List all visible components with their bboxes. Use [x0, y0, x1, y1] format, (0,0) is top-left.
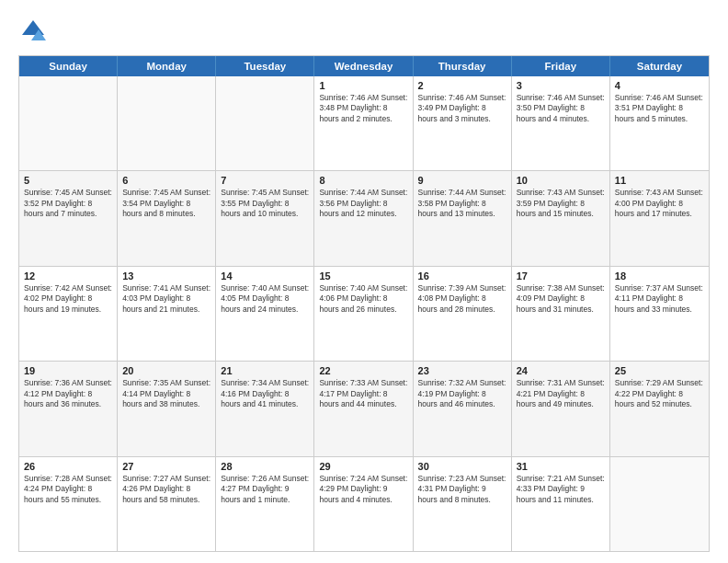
- calendar-body: 1Sunrise: 7:46 AM Sunset: 3:48 PM Daylig…: [19, 76, 709, 551]
- day-cell-31: 31Sunrise: 7:21 AM Sunset: 4:33 PM Dayli…: [512, 457, 610, 551]
- day-cell-16: 16Sunrise: 7:39 AM Sunset: 4:08 PM Dayli…: [414, 267, 512, 361]
- day-number-18: 18: [615, 270, 704, 282]
- day-info-11: Sunrise: 7:43 AM Sunset: 4:00 PM Dayligh…: [615, 188, 704, 219]
- day-number-11: 11: [615, 175, 704, 186]
- page: SundayMondayTuesdayWednesdayThursdayFrid…: [0, 0, 728, 563]
- day-number-28: 28: [221, 461, 309, 472]
- day-number-9: 9: [418, 175, 506, 186]
- day-cell-27: 27Sunrise: 7:27 AM Sunset: 4:26 PM Dayli…: [118, 457, 216, 551]
- day-number-12: 12: [24, 270, 112, 282]
- day-info-17: Sunrise: 7:38 AM Sunset: 4:09 PM Dayligh…: [517, 283, 605, 315]
- day-number-7: 7: [221, 175, 309, 186]
- day-cell-4: 4Sunrise: 7:46 AM Sunset: 3:51 PM Daylig…: [610, 76, 709, 170]
- day-cell-11: 11Sunrise: 7:43 AM Sunset: 4:00 PM Dayli…: [610, 171, 709, 265]
- calendar-header: SundayMondayTuesdayWednesdayThursdayFrid…: [19, 56, 709, 76]
- day-cell-5: 5Sunrise: 7:45 AM Sunset: 3:52 PM Daylig…: [19, 171, 118, 265]
- day-info-29: Sunrise: 7:24 AM Sunset: 4:29 PM Dayligh…: [319, 474, 407, 505]
- day-number-20: 20: [122, 365, 210, 376]
- day-cell-10: 10Sunrise: 7:43 AM Sunset: 3:59 PM Dayli…: [512, 171, 610, 265]
- day-cell-2: 2Sunrise: 7:46 AM Sunset: 3:49 PM Daylig…: [414, 76, 512, 170]
- weekday-header-thursday: Thursday: [414, 56, 512, 76]
- day-number-8: 8: [319, 175, 407, 186]
- day-info-26: Sunrise: 7:28 AM Sunset: 4:24 PM Dayligh…: [24, 474, 112, 505]
- calendar: SundayMondayTuesdayWednesdayThursdayFrid…: [18, 55, 710, 552]
- day-cell-14: 14Sunrise: 7:40 AM Sunset: 4:05 PM Dayli…: [216, 267, 314, 361]
- calendar-row-1: 1Sunrise: 7:46 AM Sunset: 3:48 PM Daylig…: [19, 76, 709, 170]
- day-cell-18: 18Sunrise: 7:37 AM Sunset: 4:11 PM Dayli…: [610, 267, 709, 361]
- svg-marker-0: [22, 20, 44, 35]
- day-info-9: Sunrise: 7:44 AM Sunset: 3:58 PM Dayligh…: [418, 188, 506, 219]
- day-number-5: 5: [24, 175, 112, 186]
- day-cell-13: 13Sunrise: 7:41 AM Sunset: 4:03 PM Dayli…: [118, 267, 216, 361]
- day-number-29: 29: [319, 461, 407, 472]
- day-cell-28: 28Sunrise: 7:26 AM Sunset: 4:27 PM Dayli…: [216, 457, 314, 551]
- day-number-2: 2: [418, 80, 506, 91]
- day-number-13: 13: [122, 270, 210, 282]
- day-number-1: 1: [319, 80, 407, 91]
- empty-cell: [19, 76, 118, 170]
- day-cell-9: 9Sunrise: 7:44 AM Sunset: 3:58 PM Daylig…: [414, 171, 512, 265]
- day-cell-3: 3Sunrise: 7:46 AM Sunset: 3:50 PM Daylig…: [512, 76, 610, 170]
- day-number-26: 26: [24, 461, 112, 472]
- day-info-14: Sunrise: 7:40 AM Sunset: 4:05 PM Dayligh…: [221, 283, 309, 315]
- day-cell-22: 22Sunrise: 7:33 AM Sunset: 4:17 PM Dayli…: [314, 362, 413, 455]
- day-number-3: 3: [517, 80, 605, 91]
- day-number-14: 14: [221, 270, 309, 282]
- day-cell-19: 19Sunrise: 7:36 AM Sunset: 4:12 PM Dayli…: [19, 362, 118, 455]
- day-number-15: 15: [319, 270, 407, 282]
- day-info-24: Sunrise: 7:31 AM Sunset: 4:21 PM Dayligh…: [517, 378, 605, 409]
- day-number-25: 25: [615, 365, 704, 376]
- day-info-13: Sunrise: 7:41 AM Sunset: 4:03 PM Dayligh…: [122, 283, 210, 315]
- day-cell-21: 21Sunrise: 7:34 AM Sunset: 4:16 PM Dayli…: [216, 362, 314, 455]
- calendar-row-5: 26Sunrise: 7:28 AM Sunset: 4:24 PM Dayli…: [19, 456, 709, 551]
- weekday-header-monday: Monday: [118, 56, 216, 76]
- day-number-21: 21: [221, 365, 309, 376]
- logo-icon: [18, 17, 48, 46]
- day-cell-23: 23Sunrise: 7:32 AM Sunset: 4:19 PM Dayli…: [414, 362, 512, 455]
- day-info-21: Sunrise: 7:34 AM Sunset: 4:16 PM Dayligh…: [221, 378, 309, 409]
- weekday-header-tuesday: Tuesday: [216, 56, 314, 76]
- weekday-header-wednesday: Wednesday: [314, 56, 413, 76]
- day-cell-12: 12Sunrise: 7:42 AM Sunset: 4:02 PM Dayli…: [19, 267, 118, 361]
- day-info-23: Sunrise: 7:32 AM Sunset: 4:19 PM Dayligh…: [418, 378, 506, 409]
- day-cell-17: 17Sunrise: 7:38 AM Sunset: 4:09 PM Dayli…: [512, 267, 610, 361]
- day-number-30: 30: [418, 461, 506, 472]
- day-cell-8: 8Sunrise: 7:44 AM Sunset: 3:56 PM Daylig…: [314, 171, 413, 265]
- day-info-22: Sunrise: 7:33 AM Sunset: 4:17 PM Dayligh…: [319, 378, 407, 409]
- day-info-6: Sunrise: 7:45 AM Sunset: 3:54 PM Dayligh…: [122, 188, 210, 219]
- day-number-4: 4: [615, 80, 704, 91]
- calendar-row-4: 19Sunrise: 7:36 AM Sunset: 4:12 PM Dayli…: [19, 361, 709, 455]
- day-cell-20: 20Sunrise: 7:35 AM Sunset: 4:14 PM Dayli…: [118, 362, 216, 455]
- day-cell-24: 24Sunrise: 7:31 AM Sunset: 4:21 PM Dayli…: [512, 362, 610, 455]
- day-info-20: Sunrise: 7:35 AM Sunset: 4:14 PM Dayligh…: [122, 378, 210, 409]
- day-info-16: Sunrise: 7:39 AM Sunset: 4:08 PM Dayligh…: [418, 283, 506, 315]
- day-info-30: Sunrise: 7:23 AM Sunset: 4:31 PM Dayligh…: [418, 474, 506, 505]
- calendar-row-2: 5Sunrise: 7:45 AM Sunset: 3:52 PM Daylig…: [19, 170, 709, 265]
- day-info-15: Sunrise: 7:40 AM Sunset: 4:06 PM Dayligh…: [319, 283, 407, 315]
- day-info-5: Sunrise: 7:45 AM Sunset: 3:52 PM Dayligh…: [24, 188, 112, 219]
- day-number-31: 31: [517, 461, 605, 472]
- empty-cell: [216, 76, 314, 170]
- day-cell-25: 25Sunrise: 7:29 AM Sunset: 4:22 PM Dayli…: [610, 362, 709, 455]
- day-cell-6: 6Sunrise: 7:45 AM Sunset: 3:54 PM Daylig…: [118, 171, 216, 265]
- day-info-10: Sunrise: 7:43 AM Sunset: 3:59 PM Dayligh…: [517, 188, 605, 219]
- day-info-19: Sunrise: 7:36 AM Sunset: 4:12 PM Dayligh…: [24, 378, 112, 409]
- weekday-header-sunday: Sunday: [19, 56, 118, 76]
- calendar-row-3: 12Sunrise: 7:42 AM Sunset: 4:02 PM Dayli…: [19, 266, 709, 361]
- day-cell-1: 1Sunrise: 7:46 AM Sunset: 3:48 PM Daylig…: [314, 76, 413, 170]
- day-info-7: Sunrise: 7:45 AM Sunset: 3:55 PM Dayligh…: [221, 188, 309, 219]
- empty-cell: [118, 76, 216, 170]
- day-info-18: Sunrise: 7:37 AM Sunset: 4:11 PM Dayligh…: [615, 283, 704, 315]
- day-info-12: Sunrise: 7:42 AM Sunset: 4:02 PM Dayligh…: [24, 283, 112, 315]
- logo: [18, 17, 51, 46]
- day-cell-29: 29Sunrise: 7:24 AM Sunset: 4:29 PM Dayli…: [314, 457, 413, 551]
- day-number-17: 17: [517, 270, 605, 282]
- day-number-27: 27: [122, 461, 210, 472]
- day-info-28: Sunrise: 7:26 AM Sunset: 4:27 PM Dayligh…: [221, 474, 309, 505]
- day-number-19: 19: [24, 365, 112, 376]
- day-number-22: 22: [319, 365, 407, 376]
- header: [18, 17, 710, 46]
- empty-cell: [610, 457, 709, 551]
- day-cell-30: 30Sunrise: 7:23 AM Sunset: 4:31 PM Dayli…: [414, 457, 512, 551]
- day-info-4: Sunrise: 7:46 AM Sunset: 3:51 PM Dayligh…: [615, 93, 704, 124]
